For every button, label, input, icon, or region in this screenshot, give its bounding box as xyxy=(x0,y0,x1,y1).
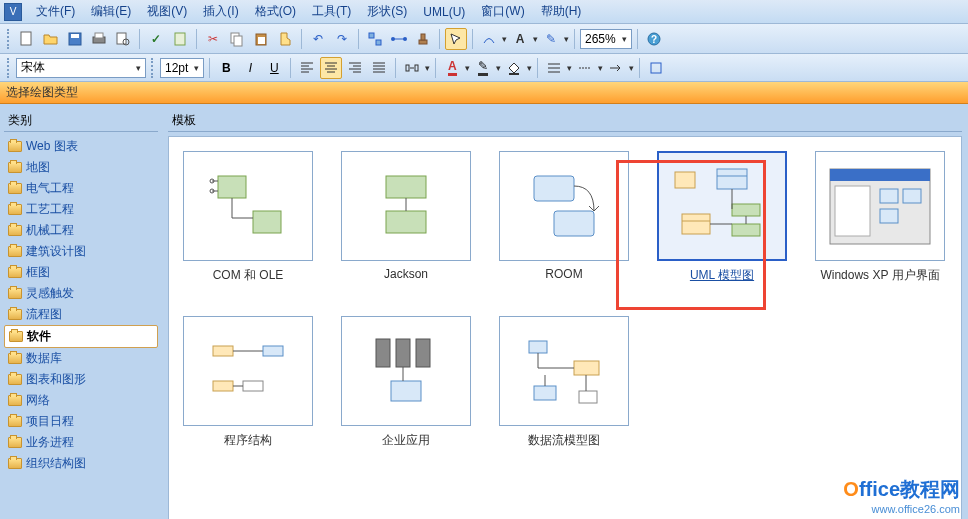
dropdown-arrow-icon[interactable]: ▾ xyxy=(564,34,569,44)
redo-button[interactable]: ↷ xyxy=(331,28,353,50)
align-justify-button[interactable] xyxy=(368,57,390,79)
undo-button[interactable]: ↶ xyxy=(307,28,329,50)
category-item-12[interactable]: 网络 xyxy=(4,390,158,411)
menu-uml[interactable]: UML(U) xyxy=(415,5,473,19)
distribute-button[interactable] xyxy=(401,57,423,79)
menu-insert[interactable]: 插入(I) xyxy=(195,3,246,20)
category-item-5[interactable]: 建筑设计图 xyxy=(4,241,158,262)
cut-button[interactable]: ✂ xyxy=(202,28,224,50)
research-button[interactable] xyxy=(169,28,191,50)
new-button[interactable] xyxy=(16,28,38,50)
template-ent[interactable]: 企业应用 xyxy=(341,316,471,449)
ink-tool-button[interactable]: ✎ xyxy=(540,28,562,50)
dropdown-arrow-icon[interactable]: ▾ xyxy=(425,63,430,73)
help-button[interactable]: ? xyxy=(643,28,665,50)
font-name-combo[interactable]: 宋体▾ xyxy=(16,58,146,78)
dropdown-arrow-icon[interactable]: ▾ xyxy=(629,63,634,73)
category-item-15[interactable]: 组织结构图 xyxy=(4,453,158,474)
align-right-button[interactable] xyxy=(344,57,366,79)
format-painter-button[interactable] xyxy=(274,28,296,50)
dropdown-arrow-icon[interactable]: ▾ xyxy=(465,63,470,73)
dropdown-arrow-icon[interactable]: ▾ xyxy=(533,34,538,44)
paste-button[interactable] xyxy=(250,28,272,50)
category-item-13[interactable]: 项目日程 xyxy=(4,411,158,432)
spelling-button[interactable]: ✓ xyxy=(145,28,167,50)
menu-bar: V 文件(F) 编辑(E) 视图(V) 插入(I) 格式(O) 工具(T) 形状… xyxy=(0,0,968,24)
dropdown-arrow-icon[interactable]: ▾ xyxy=(567,63,572,73)
underline-button[interactable]: U xyxy=(263,57,285,79)
line-pattern-button[interactable] xyxy=(574,57,596,79)
toolbar-grip[interactable] xyxy=(151,58,155,78)
template-dataflow[interactable]: 数据流模型图 xyxy=(499,316,629,449)
svg-rect-50 xyxy=(391,381,421,401)
category-item-6[interactable]: 框图 xyxy=(4,262,158,283)
category-item-11[interactable]: 图表和图形 xyxy=(4,369,158,390)
align-left-button[interactable] xyxy=(296,57,318,79)
template-uml[interactable]: UML 模型图 xyxy=(657,151,787,284)
line-ends-button[interactable] xyxy=(605,57,627,79)
menu-edit[interactable]: 编辑(E) xyxy=(83,3,139,20)
dropdown-arrow-icon[interactable]: ▾ xyxy=(598,63,603,73)
category-item-8[interactable]: 流程图 xyxy=(4,304,158,325)
fill-color-button[interactable] xyxy=(503,57,525,79)
toolbar-grip[interactable] xyxy=(7,29,11,49)
copy-button[interactable] xyxy=(226,28,248,50)
line-weight-button[interactable] xyxy=(543,57,565,79)
print-preview-button[interactable] xyxy=(112,28,134,50)
template-com[interactable]: COM 和 OLE xyxy=(183,151,313,284)
category-item-10[interactable]: 数据库 xyxy=(4,348,158,369)
template-prog[interactable]: 程序结构 xyxy=(183,316,313,449)
menu-window[interactable]: 窗口(W) xyxy=(473,3,532,20)
category-item-4[interactable]: 机械工程 xyxy=(4,220,158,241)
print-button[interactable] xyxy=(88,28,110,50)
template-winxp[interactable]: Windows XP 用户界面 xyxy=(815,151,945,284)
font-color-button[interactable]: A xyxy=(441,57,463,79)
category-item-1[interactable]: 地图 xyxy=(4,157,158,178)
category-item-0[interactable]: Web 图表 xyxy=(4,136,158,157)
svg-rect-9 xyxy=(234,36,242,46)
template-jackson[interactable]: Jackson xyxy=(341,151,471,284)
separator xyxy=(637,29,638,49)
menu-file[interactable]: 文件(F) xyxy=(28,3,83,20)
align-center-button[interactable] xyxy=(320,57,342,79)
template-grid: COM 和 OLEJacksonROOMUML 模型图Windows XP 用户… xyxy=(183,151,947,449)
zoom-combo[interactable]: 265%▾ xyxy=(580,29,632,49)
dropdown-arrow-icon[interactable]: ▾ xyxy=(496,63,501,73)
italic-button[interactable]: I xyxy=(239,57,261,79)
menu-shapes[interactable]: 形状(S) xyxy=(359,3,415,20)
category-item-3[interactable]: 工艺工程 xyxy=(4,199,158,220)
standard-toolbar: ✓ ✂ ↶ ↷ ▾ A ▾ ✎ ▾ 265%▾ ? xyxy=(0,24,968,54)
category-item-14[interactable]: 业务进程 xyxy=(4,432,158,453)
open-button[interactable] xyxy=(40,28,62,50)
save-button[interactable] xyxy=(64,28,86,50)
svg-rect-54 xyxy=(579,391,597,403)
template-thumbnail xyxy=(499,151,629,261)
stamp-button[interactable] xyxy=(412,28,434,50)
svg-rect-48 xyxy=(396,339,410,367)
connector-tool-button[interactable] xyxy=(478,28,500,50)
menu-help[interactable]: 帮助(H) xyxy=(533,3,590,20)
category-label: 网络 xyxy=(26,392,50,409)
category-item-9[interactable]: 软件 xyxy=(4,325,158,348)
font-size-combo[interactable]: 12pt▾ xyxy=(160,58,204,78)
connector-button[interactable] xyxy=(388,28,410,50)
dropdown-arrow-icon[interactable]: ▾ xyxy=(502,34,507,44)
template-room[interactable]: ROOM xyxy=(499,151,629,284)
category-item-7[interactable]: 灵感触发 xyxy=(4,283,158,304)
shapes-window-button[interactable] xyxy=(364,28,386,50)
menu-format[interactable]: 格式(O) xyxy=(247,3,304,20)
menu-view[interactable]: 视图(V) xyxy=(139,3,195,20)
template-thumbnail xyxy=(183,316,313,426)
format-button[interactable] xyxy=(645,57,667,79)
dropdown-arrow-icon[interactable]: ▾ xyxy=(527,63,532,73)
folder-icon xyxy=(8,225,22,236)
folder-icon xyxy=(8,246,22,257)
line-color-button[interactable]: ✎ xyxy=(472,57,494,79)
toolbar-grip[interactable] xyxy=(7,58,11,78)
folder-icon xyxy=(8,204,22,215)
bold-button[interactable]: B xyxy=(215,57,237,79)
text-tool-button[interactable]: A xyxy=(509,28,531,50)
category-item-2[interactable]: 电气工程 xyxy=(4,178,158,199)
menu-tools[interactable]: 工具(T) xyxy=(304,3,359,20)
pointer-tool-button[interactable] xyxy=(445,28,467,50)
